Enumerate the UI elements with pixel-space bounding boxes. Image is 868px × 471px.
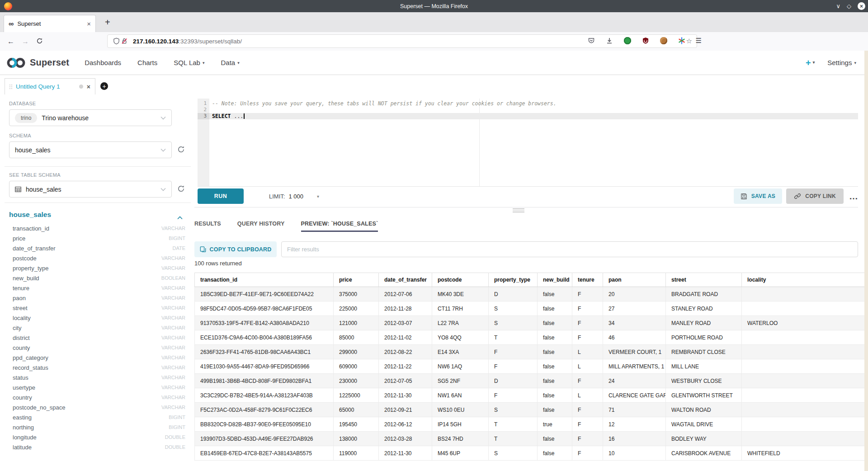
copy-to-clipboard-label: COPY TO CLIPBOARD (210, 246, 272, 253)
collapse-chevron-up-icon[interactable] (177, 213, 183, 221)
insecure-lock-icon[interactable] (120, 37, 128, 45)
query-tab-close-icon[interactable]: × (87, 83, 90, 90)
table-cell: 195450 (334, 417, 379, 432)
results-header-cell[interactable]: new_build (538, 273, 572, 287)
table-cell: 10 (603, 446, 666, 461)
asterisk-extension-icon[interactable] (678, 37, 686, 45)
table-cell: T (489, 330, 538, 345)
table-cell: 2012-07-05 (379, 374, 432, 388)
results-header-cell[interactable]: paon (603, 273, 666, 287)
results-header-cell[interactable]: transaction_id (195, 273, 334, 287)
privacy-extension-icon[interactable] (623, 37, 632, 45)
new-dropdown-button[interactable]: +▾ (806, 58, 815, 67)
results-header-cell[interactable]: price (334, 273, 379, 287)
table-cell: E14 3XA (432, 345, 489, 359)
download-icon[interactable] (605, 37, 613, 45)
table-cell: F (572, 446, 603, 461)
schema-column-name: street (13, 305, 28, 311)
results-header-cell[interactable]: street (666, 273, 742, 287)
table-row: 419E1030-9A55-4467-8DA9-9FED95D659666090… (195, 359, 867, 374)
schema-column-type: BOOLEAN (161, 275, 185, 281)
ublock-shield-icon[interactable] (642, 37, 650, 45)
table-cell: 121000 (334, 316, 379, 330)
pocket-icon[interactable] (587, 37, 595, 45)
nav-item-sql-lab[interactable]: SQL Lab▾ (174, 59, 204, 66)
run-button[interactable]: RUN (198, 188, 244, 204)
table-cell: BODLEY WAY (666, 432, 742, 446)
add-query-tab-button[interactable]: + (100, 82, 108, 90)
refresh-schema-icon[interactable] (177, 146, 185, 153)
browser-tabstrip: ∞ Superset × + (0, 12, 868, 33)
table-row: 193907D3-5DBD-453D-A49E-9FEE27DAB9261380… (195, 432, 867, 446)
copy-to-clipboard-button[interactable]: COPY TO CLIPBOARD (194, 241, 277, 257)
window-minimize-button[interactable]: ∨ (836, 3, 840, 9)
table-cell: 3C3C29DC-B7B2-4BE5-914A-A38123AF403B (195, 388, 334, 403)
table-schema-title[interactable]: house_sales (9, 211, 51, 219)
tab-query-history[interactable]: QUERY HISTORY (237, 217, 285, 231)
table-row: F5C273AC-0D2A-458F-8279-9C61F0C22EC66500… (195, 403, 867, 417)
shield-icon[interactable] (112, 37, 120, 45)
nav-item-charts[interactable]: Charts (137, 59, 157, 66)
table-select[interactable]: house_sales (9, 181, 172, 198)
tab-results[interactable]: RESULTS (194, 217, 221, 231)
copy-link-button[interactable]: COPY LINK (786, 188, 844, 204)
window-maximize-button[interactable]: ◇ (847, 3, 851, 9)
table-cell (742, 330, 867, 345)
query-tab[interactable]: Untitled Query 1 × (5, 78, 95, 94)
browser-tab-title: Superset (17, 20, 87, 27)
drag-grip-icon[interactable] (9, 85, 12, 89)
results-header-cell[interactable]: postcode (432, 273, 489, 287)
window-title: Superset — Mozilla Firefox (0, 3, 868, 9)
filter-results-input[interactable] (281, 241, 858, 257)
forward-button[interactable]: → (22, 38, 29, 45)
browser-tab[interactable]: ∞ Superset × (4, 15, 96, 32)
reload-button[interactable] (36, 38, 43, 46)
table-cell: 27 (603, 301, 666, 316)
back-button[interactable]: ← (7, 38, 14, 45)
schema-column-type: VARCHAR (161, 265, 185, 271)
results-header-cell[interactable]: tenure (572, 273, 603, 287)
schema-column-name: usertype (13, 384, 35, 391)
pane-drag-handle[interactable] (513, 208, 524, 213)
cookie-extension-icon[interactable] (660, 37, 668, 45)
table-cell: REMBRANDT CLOSE (666, 345, 742, 359)
tab-close-icon[interactable]: × (87, 20, 91, 27)
limit-dropdown[interactable]: LIMIT: 1 000 ▾ (269, 193, 319, 200)
table-cell: WAGTAIL DRIVE (666, 417, 742, 432)
page-scrollbar[interactable] (864, 51, 868, 471)
table-cell: PORTHOLME ROAD (666, 330, 742, 345)
table-cell: 16 (603, 432, 666, 446)
line-number: 3 (198, 113, 209, 119)
superset-navbar: Superset Dashboards Charts SQL Lab▾ Data… (0, 51, 868, 75)
results-header-cell[interactable]: date_of_transfer (379, 273, 432, 287)
schema-column-type: VARCHAR (161, 325, 185, 330)
schema-column-row: eastingBIGINT (9, 412, 185, 422)
nav-item-dashboards[interactable]: Dashboards (85, 59, 121, 66)
table-cell: L22 7RA (432, 316, 489, 330)
menu-hamburger-icon[interactable]: ☰ (696, 37, 702, 45)
sql-editor[interactable]: 1 2 3 -- Note: Unless you save your quer… (198, 99, 858, 187)
tab-preview-house-sales[interactable]: PREVIEW: `HOUSE_SALES` (301, 217, 378, 231)
table-cell: M45 6UP (432, 446, 489, 461)
chevron-down-icon (160, 148, 166, 152)
new-tab-button[interactable]: + (105, 18, 110, 27)
nav-item-data[interactable]: Data▾ (221, 59, 239, 66)
schema-column-type: VARCHAR (161, 335, 185, 340)
schema-column-row: transaction_idVARCHAR (9, 223, 185, 233)
schema-column-type: VARCHAR (161, 255, 185, 261)
results-header-cell[interactable]: property_type (489, 273, 538, 287)
table-cell: 2012-06-12 (379, 417, 432, 432)
settings-menu[interactable]: Settings▾ (827, 59, 856, 66)
results-header-cell[interactable]: locality (742, 273, 867, 287)
table-cell: MILL APARTMENTS, 1 - 7 (603, 359, 666, 374)
superset-brand[interactable]: Superset (6, 57, 69, 69)
table-cell: false (538, 432, 572, 446)
schema-select[interactable]: house_sales (9, 141, 172, 158)
schema-column-row: districtVARCHAR (9, 333, 185, 343)
table-cell: STANLEY ROAD (666, 301, 742, 316)
refresh-table-icon[interactable] (177, 185, 185, 193)
window-close-button[interactable]: × (858, 2, 865, 10)
schema-column-type: VARCHAR (161, 365, 185, 370)
save-as-button[interactable]: SAVE AS (734, 188, 782, 204)
database-select[interactable]: trino Trino warehouse (9, 109, 172, 126)
